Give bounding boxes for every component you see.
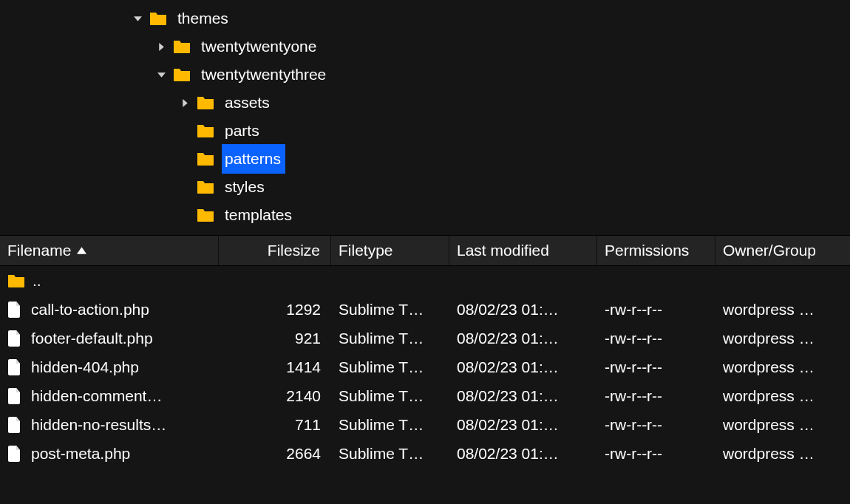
chevron-right-icon[interactable] <box>149 42 173 52</box>
header-label: Owner/Group <box>723 242 816 259</box>
column-header-owner[interactable]: Owner/Group <box>715 236 841 265</box>
folder-icon <box>173 39 191 54</box>
column-header-lastmodified[interactable]: Last modified <box>449 236 597 265</box>
tree-label: styles <box>222 172 269 202</box>
header-label: Filetype <box>339 242 393 259</box>
header-label: Permissions <box>605 242 689 259</box>
chevron-right-icon[interactable] <box>173 98 197 108</box>
column-header-filetype[interactable]: Filetype <box>331 236 449 265</box>
tree-label: templates <box>222 200 296 230</box>
file-owner: wordpress … <box>715 381 841 410</box>
tree-label: parts <box>222 116 264 146</box>
file-modified: 08/02/23 01:… <box>449 439 597 468</box>
file-permissions: -rw-r--r-- <box>597 410 715 439</box>
file-size: 2664 <box>219 439 331 468</box>
file-size: 711 <box>219 410 331 439</box>
file-permissions: -rw-r--r-- <box>597 295 715 324</box>
tree-item-templates[interactable]: templates <box>197 201 850 229</box>
sort-ascending-icon <box>77 247 86 254</box>
header-label: Filesize <box>268 242 320 259</box>
file-type: Sublime T… <box>331 353 449 381</box>
tree-item-patterns[interactable]: patterns <box>197 145 850 173</box>
file-type: Sublime T… <box>331 324 449 353</box>
tree-item-styles[interactable]: styles <box>197 173 850 201</box>
file-name: hidden-comment… <box>31 387 162 405</box>
column-header-row: Filename Filesize Filetype Last modified… <box>0 235 850 266</box>
file-modified: 08/02/23 01:… <box>449 295 597 324</box>
column-header-filesize[interactable]: Filesize <box>219 236 331 265</box>
file-icon <box>7 387 22 405</box>
parent-directory-row[interactable]: .. <box>0 266 850 295</box>
file-row[interactable]: hidden-no-results…711Sublime T…08/02/23 … <box>0 410 850 439</box>
file-modified: 08/02/23 01:… <box>449 381 597 410</box>
header-label: Last modified <box>457 242 549 259</box>
file-permissions: -rw-r--r-- <box>597 353 715 381</box>
file-permissions: -rw-r--r-- <box>597 324 715 353</box>
file-icon <box>7 416 22 434</box>
file-size: 2140 <box>219 381 331 410</box>
file-icon <box>7 301 22 319</box>
file-size: 921 <box>219 324 331 353</box>
folder-icon <box>7 273 25 288</box>
folder-icon <box>149 11 167 26</box>
tree-label: patterns <box>222 144 285 174</box>
folder-icon <box>197 180 214 194</box>
tree-label: assets <box>222 88 274 118</box>
file-owner: wordpress … <box>715 353 841 381</box>
chevron-down-icon[interactable] <box>149 70 173 80</box>
file-owner: wordpress … <box>715 295 841 324</box>
file-modified: 08/02/23 01:… <box>449 324 597 353</box>
file-row[interactable]: footer-default.php921Sublime T…08/02/23 … <box>0 324 850 353</box>
file-size: 1414 <box>219 353 331 381</box>
folder-icon <box>197 123 214 138</box>
file-type: Sublime T… <box>331 410 449 439</box>
tree-item-twentytwentyone[interactable]: twentytwentyone <box>149 33 850 61</box>
file-name: hidden-404.php <box>31 358 139 376</box>
folder-icon <box>197 95 214 110</box>
file-row[interactable]: post-meta.php2664Sublime T…08/02/23 01:…… <box>0 439 850 468</box>
file-name: footer-default.php <box>31 330 153 347</box>
file-name: call-to-action.php <box>31 301 149 319</box>
folder-tree: themes twentytwentyone twentytwentythree… <box>0 0 850 235</box>
file-row[interactable]: hidden-comment…2140Sublime T…08/02/23 01… <box>0 381 850 410</box>
file-permissions: -rw-r--r-- <box>597 439 715 468</box>
tree-item-parts[interactable]: parts <box>197 117 850 145</box>
file-icon <box>7 445 22 463</box>
tree-label: twentytwentythree <box>198 60 330 89</box>
file-icon <box>7 358 22 376</box>
tree-item-twentytwentythree[interactable]: twentytwentythree <box>149 61 850 89</box>
file-row[interactable]: call-to-action.php1292Sublime T…08/02/23… <box>0 295 850 324</box>
file-name: hidden-no-results… <box>31 416 166 434</box>
column-header-filename[interactable]: Filename <box>0 236 219 265</box>
file-owner: wordpress … <box>715 410 841 439</box>
file-row[interactable]: hidden-404.php1414Sublime T…08/02/23 01:… <box>0 353 850 381</box>
folder-icon <box>197 208 214 222</box>
tree-label: twentytwentyone <box>198 32 321 61</box>
file-type: Sublime T… <box>331 381 449 410</box>
file-modified: 08/02/23 01:… <box>449 410 597 439</box>
tree-label: themes <box>174 4 233 33</box>
file-type: Sublime T… <box>331 295 449 324</box>
file-size: 1292 <box>219 295 331 324</box>
file-permissions: -rw-r--r-- <box>597 381 715 410</box>
chevron-down-icon[interactable] <box>126 14 149 24</box>
file-modified: 08/02/23 01:… <box>449 353 597 381</box>
header-label: Filename <box>7 242 71 259</box>
file-owner: wordpress … <box>715 324 841 353</box>
file-owner: wordpress … <box>715 439 841 468</box>
folder-icon <box>173 67 191 82</box>
folder-icon <box>197 151 214 166</box>
column-header-permissions[interactable]: Permissions <box>597 236 715 265</box>
file-type: Sublime T… <box>331 439 449 468</box>
file-name: post-meta.php <box>31 445 130 463</box>
file-icon <box>7 330 22 347</box>
file-list-panel: Filename Filesize Filetype Last modified… <box>0 235 850 468</box>
file-name: .. <box>33 272 41 290</box>
tree-item-assets[interactable]: assets <box>173 89 850 117</box>
tree-item-themes[interactable]: themes <box>126 4 850 33</box>
